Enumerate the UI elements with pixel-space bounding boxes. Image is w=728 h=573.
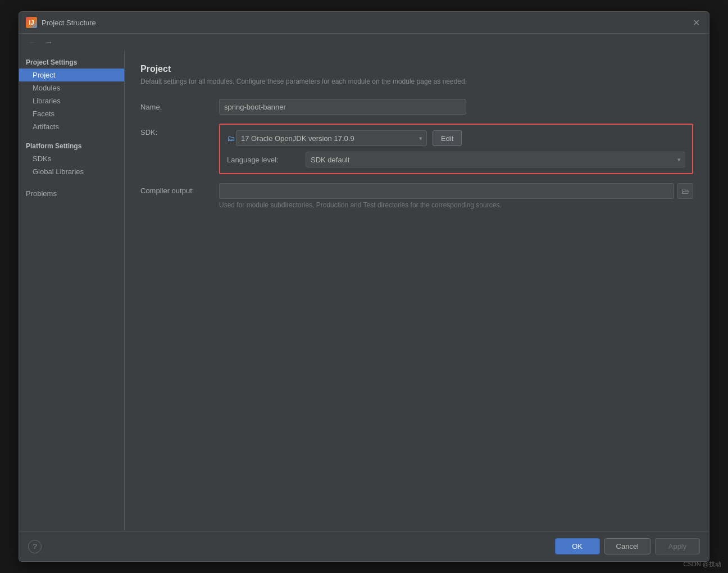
- sidebar-item-project[interactable]: Project: [19, 69, 124, 81]
- language-level-inner-row: Language level: SDK default 17 - Sealed …: [227, 152, 685, 167]
- forward-button[interactable]: →: [43, 36, 55, 48]
- sidebar-item-global-libraries[interactable]: Global Libraries: [19, 165, 124, 178]
- panel-description: Default settings for all modules. Config…: [140, 78, 693, 85]
- sdk-folder-icon: 🗂: [227, 134, 235, 143]
- sidebar-item-facets[interactable]: Facets: [19, 107, 124, 120]
- footer-left: ?: [28, 540, 42, 553]
- sidebar-item-sdks[interactable]: SDKs: [19, 152, 124, 165]
- close-button[interactable]: ✕: [690, 16, 702, 29]
- name-row: Name:: [140, 99, 693, 115]
- project-structure-dialog: IJ Project Structure ✕ ← → Project Setti…: [19, 11, 709, 562]
- compiler-output-row: Compiler output: 🗁 Used for module subdi…: [140, 183, 693, 209]
- compiler-output-label: Compiler output:: [140, 183, 219, 195]
- sidebar-item-modules[interactable]: Modules: [19, 81, 124, 94]
- name-label: Name:: [140, 103, 219, 111]
- app-icon: IJ: [26, 17, 37, 28]
- name-input[interactable]: [219, 99, 466, 115]
- panel-title: Project: [140, 64, 693, 74]
- sdk-label: SDK:: [140, 124, 219, 137]
- language-level-label: Language level:: [227, 156, 306, 164]
- sdk-select-wrapper: 🗂 17 Oracle OpenJDK version 17.0.9: [227, 130, 427, 146]
- apply-button[interactable]: Apply: [655, 538, 700, 554]
- title-bar: IJ Project Structure ✕: [19, 12, 709, 34]
- title-left: IJ Project Structure: [26, 17, 96, 28]
- compiler-output-control: 🗁 Used for module subdirectories, Produc…: [219, 183, 693, 209]
- edit-button[interactable]: Edit: [433, 130, 462, 146]
- help-button[interactable]: ?: [28, 540, 42, 553]
- back-button[interactable]: ←: [26, 36, 38, 48]
- sdk-select[interactable]: 17 Oracle OpenJDK version 17.0.9: [236, 130, 427, 146]
- sidebar-item-problems[interactable]: Problems: [19, 187, 124, 200]
- ide-background: IJ Project Structure ✕ ← → Project Setti…: [0, 0, 728, 573]
- csdn-watermark: CSDN @技动: [684, 560, 721, 569]
- compiler-output-hint: Used for module subdirectories, Producti…: [219, 201, 693, 209]
- dialog-title: Project Structure: [42, 19, 96, 27]
- name-control: [219, 99, 693, 115]
- compiler-input-row: 🗁: [219, 183, 693, 199]
- ok-button[interactable]: OK: [555, 538, 600, 554]
- sidebar: Project Settings Project Modules Librari…: [19, 51, 125, 531]
- language-level-select[interactable]: SDK default 17 - Sealed classes, always-…: [306, 152, 685, 167]
- nav-row: ← →: [19, 34, 709, 51]
- cancel-button[interactable]: Cancel: [604, 538, 650, 554]
- dialog-overlay: IJ Project Structure ✕ ← → Project Setti…: [0, 0, 728, 573]
- footer-right: OK Cancel Apply: [555, 538, 700, 554]
- sdk-select-row: 🗂 17 Oracle OpenJDK version 17.0.9 Edit: [227, 130, 685, 146]
- right-panel: Project Default settings for all modules…: [125, 51, 709, 531]
- compiler-output-input[interactable]: [219, 183, 674, 199]
- compiler-output-folder-button[interactable]: 🗁: [677, 183, 693, 199]
- sdk-form-control: 🗂 17 Oracle OpenJDK version 17.0.9 Edit: [219, 124, 693, 174]
- platform-settings-heading: Platform Settings: [19, 139, 124, 152]
- sdk-highlight-box: 🗂 17 Oracle OpenJDK version 17.0.9 Edit: [219, 124, 693, 174]
- sdk-outer-row: SDK: 🗂 17 Oracle OpenJDK version 17.0.9: [140, 124, 693, 174]
- language-level-select-wrapper: SDK default 17 - Sealed classes, always-…: [306, 152, 685, 167]
- folder-icon: 🗁: [681, 187, 689, 195]
- sidebar-item-libraries[interactable]: Libraries: [19, 94, 124, 107]
- dialog-footer: ? OK Cancel Apply: [19, 531, 709, 561]
- main-content: Project Settings Project Modules Librari…: [19, 51, 709, 531]
- project-settings-heading: Project Settings: [19, 55, 124, 69]
- sidebar-item-artifacts[interactable]: Artifacts: [19, 120, 124, 133]
